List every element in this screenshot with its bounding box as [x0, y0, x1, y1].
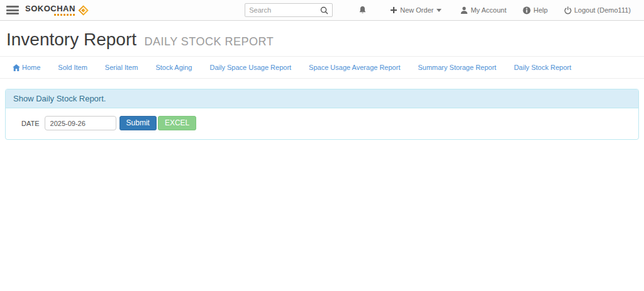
search-input[interactable]	[245, 6, 319, 14]
menu-hamburger-icon[interactable]	[6, 6, 19, 14]
nav-link-space-usage-average-report[interactable]: Space Usage Average Report	[309, 64, 400, 71]
new-order-label: New Order	[400, 6, 433, 14]
bell-icon	[358, 6, 369, 14]
plus-icon	[390, 6, 400, 14]
info-icon	[523, 6, 533, 14]
daily-stock-report-panel: Show Daily Stock Report. DATE Submit EXC…	[5, 89, 639, 140]
date-input[interactable]	[45, 116, 116, 130]
nav-link-serial-item[interactable]: Serial Item	[105, 64, 138, 71]
report-nav: Home Sold Item Serial Item Stock Aging D…	[0, 57, 644, 79]
help-label: Help	[533, 6, 548, 14]
panel-heading: Show Daily Stock Report.	[6, 89, 638, 108]
nav-link-stock-aging[interactable]: Stock Aging	[155, 64, 192, 71]
logo[interactable]: SOKOCHAN	[25, 4, 89, 16]
logo-tagline	[54, 14, 75, 16]
submit-button[interactable]: Submit	[119, 116, 157, 130]
nav-link-daily-space-usage-report[interactable]: Daily Space Usage Report	[209, 64, 291, 71]
excel-button[interactable]: EXCEL	[158, 116, 196, 130]
date-label: DATE	[21, 120, 40, 127]
top-navbar: SOKOCHAN	[0, 0, 644, 21]
page-title: Inventory Report	[6, 30, 136, 49]
page-header: Inventory Report DAILY STOCK REPORT	[0, 21, 644, 57]
nav-link-sold-item[interactable]: Sold Item	[58, 64, 87, 71]
nav-link-summary-storage-report[interactable]: Summary Storage Report	[418, 64, 496, 71]
nav-link-daily-stock-report[interactable]: Daily Stock Report	[514, 64, 571, 71]
new-order-menu[interactable]: New Order	[390, 6, 444, 14]
help-menu[interactable]: Help	[523, 6, 548, 14]
home-icon	[13, 64, 22, 71]
logo-diamond-icon	[78, 5, 89, 16]
page-subtitle: DAILY STOCK REPORT	[144, 35, 274, 48]
notifications-bell[interactable]	[358, 6, 369, 14]
panel-body: DATE Submit EXCEL	[6, 108, 638, 139]
logo-text: SOKOCHAN	[25, 4, 75, 13]
nav-link-home[interactable]: Home	[13, 64, 40, 71]
my-account-label: My Account	[470, 6, 506, 14]
logout-label: Logout (Demo111)	[574, 6, 631, 14]
my-account-menu[interactable]: My Account	[460, 6, 506, 14]
chevron-down-icon	[436, 9, 444, 12]
power-icon	[564, 6, 574, 14]
search-icon[interactable]	[319, 6, 332, 14]
logout-link[interactable]: Logout (Demo111)	[564, 6, 631, 14]
search-box	[245, 3, 333, 17]
user-icon	[460, 6, 470, 14]
